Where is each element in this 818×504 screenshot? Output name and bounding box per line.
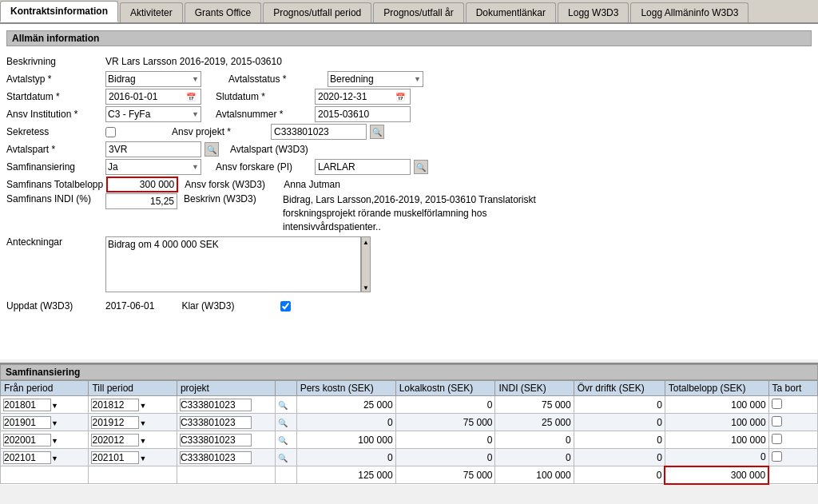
- projekt-input[interactable]: [180, 416, 252, 429]
- col-header-4: Pers kostn (SEK): [296, 381, 395, 396]
- anteckningar-textarea[interactable]: Bidrag om 4 000 000 SEK: [105, 236, 361, 292]
- ovr-drift-input[interactable]: [577, 435, 662, 446]
- tab-grants-office[interactable]: Grants Office: [185, 2, 261, 22]
- till-period-input[interactable]: [91, 399, 139, 411]
- projekt-input[interactable]: [180, 399, 252, 411]
- scroll-down-icon[interactable]: ▼: [363, 284, 369, 292]
- till-period-arrow-icon[interactable]: ▼: [139, 454, 146, 462]
- ta-bort-checkbox[interactable]: [772, 416, 782, 427]
- table-row: ▼▼🔍: [1, 396, 818, 414]
- ovr-drift-input[interactable]: [577, 452, 662, 463]
- indi-input[interactable]: [498, 417, 570, 428]
- ansv-forsk-w3d3-label: Ansv forsk (W3D3): [185, 179, 280, 190]
- col-header-9: Ta bort: [768, 381, 817, 396]
- projekt-search-icon[interactable]: 🔍: [278, 419, 288, 427]
- pers-kostn-input[interactable]: [300, 435, 393, 446]
- samfinansiering-label: Samfinansiering: [6, 161, 102, 173]
- fran-period-input[interactable]: [3, 416, 51, 429]
- col-header-6: INDI (SEK): [495, 381, 574, 396]
- avtalsnummer-input[interactable]: [315, 106, 411, 122]
- tab-kontraktsinformation[interactable]: Kontraktsinformation: [0, 1, 118, 22]
- fran-period-input[interactable]: [3, 399, 51, 411]
- fran-period-arrow-icon[interactable]: ▼: [51, 454, 58, 462]
- till-period-input[interactable]: [91, 451, 139, 464]
- ansv-projekt-input[interactable]: [271, 124, 367, 140]
- klar-checkbox[interactable]: [280, 301, 291, 312]
- fran-period-input[interactable]: [3, 451, 51, 464]
- pers-kostn-input[interactable]: [300, 399, 393, 411]
- till-period-arrow-icon[interactable]: ▼: [139, 437, 146, 445]
- ta-bort-checkbox[interactable]: [772, 434, 782, 444]
- ovr-drift-input[interactable]: [577, 417, 662, 428]
- lokal-kostn-input[interactable]: [399, 417, 493, 428]
- pers-kostn-input[interactable]: [300, 417, 393, 428]
- beskrivn-w3d3-label: Beskrivn (W3D3): [184, 193, 280, 204]
- col-header-2: projekt: [177, 381, 275, 396]
- lokal-kostn-input[interactable]: [399, 435, 493, 446]
- beskrivning-row: Beskrivning VR Lars Larsson 2016-2019, 2…: [6, 53, 812, 70]
- avtalsstatus-dropdown[interactable]: Beredning ▼: [328, 71, 423, 87]
- samfinansiering-value: Ja: [108, 161, 118, 173]
- ansv-institution-dropdown[interactable]: C3 - FyFa ▼: [105, 106, 201, 122]
- klar-label: Klar (W3D3): [181, 300, 277, 312]
- pers-kostn-input[interactable]: [300, 452, 393, 463]
- samfinansiering-dropdown[interactable]: Ja ▼: [105, 159, 201, 175]
- fran-period-arrow-icon[interactable]: ▼: [51, 437, 58, 445]
- indi-input[interactable]: [498, 452, 570, 463]
- fran-period-arrow-icon[interactable]: ▼: [51, 402, 58, 410]
- fran-period-input[interactable]: [3, 434, 51, 446]
- projekt-search-icon[interactable]: 🔍: [278, 401, 288, 410]
- startdatum-cal-icon[interactable]: 📅: [184, 89, 198, 104]
- table-scroll[interactable]: Från periodTill periodprojektPers kostn …: [0, 380, 818, 485]
- ta-bort-checkbox[interactable]: [772, 399, 782, 409]
- ansv-projekt-search-btn[interactable]: 🔍: [370, 125, 384, 139]
- slutdatum-input[interactable]: 2020-12-31 📅: [315, 89, 411, 105]
- indi-input[interactable]: [498, 399, 570, 411]
- total-input[interactable]: [668, 399, 766, 411]
- lokal-kostn-input[interactable]: [399, 399, 493, 411]
- tab-bar: KontraktsinformationAktiviteterGrants Of…: [0, 0, 818, 24]
- projekt-search-icon[interactable]: 🔍: [278, 436, 288, 445]
- till-period-input[interactable]: [91, 434, 139, 446]
- total-input[interactable]: [668, 417, 766, 428]
- indi-input[interactable]: [498, 435, 570, 446]
- ansv-forskare-search-btn[interactable]: 🔍: [414, 160, 428, 174]
- main-content: Allmän information Beskrivning VR Lars L…: [0, 24, 818, 359]
- sekretess-checkbox[interactable]: [105, 127, 116, 137]
- samfinans-indi-input[interactable]: [105, 193, 177, 209]
- fran-period-arrow-icon[interactable]: ▼: [51, 419, 58, 427]
- samfinans-indi-label: Samfinans INDI (%): [6, 193, 102, 204]
- samfinansiering-header: Samfinansiering: [0, 364, 818, 380]
- total-input[interactable]: [668, 435, 766, 446]
- avtalspart-search-btn[interactable]: 🔍: [204, 142, 219, 157]
- sekretess-row: Sekretess Ansv projekt * 🔍: [6, 123, 812, 141]
- total-cell: 75 000: [395, 466, 495, 484]
- tab-dokumentl-nkar[interactable]: Dokumentlänkar: [466, 2, 556, 22]
- tab-logg-allm-ninfo-w3d3[interactable]: Logg Allmäninfo W3D3: [630, 2, 749, 22]
- till-period-arrow-icon[interactable]: ▼: [139, 402, 146, 410]
- tab-logg-w3d3[interactable]: Logg W3D3: [558, 2, 629, 22]
- avtalspart-row: Avtalspart * 🔍 Avtalspart (W3D3): [6, 141, 812, 158]
- slutdatum-cal-icon[interactable]: 📅: [393, 89, 407, 104]
- projekt-input[interactable]: [180, 434, 252, 446]
- projekt-input[interactable]: [180, 451, 252, 464]
- ansv-forskare-input[interactable]: [315, 159, 411, 175]
- ovr-drift-input[interactable]: [577, 399, 662, 411]
- till-period-arrow-icon[interactable]: ▼: [139, 419, 146, 427]
- tab-prognos-utfall-period[interactable]: Prognos/utfall period: [263, 2, 371, 22]
- indi-row: Samfinans INDI (%) Beskrivn (W3D3) Bidra…: [6, 193, 812, 233]
- avtalspart-input[interactable]: [105, 141, 201, 157]
- tab-aktiviteter[interactable]: Aktiviteter: [120, 2, 183, 22]
- anteckningar-scrollbar[interactable]: ▲ ▼: [361, 236, 371, 292]
- projekt-search-icon[interactable]: 🔍: [278, 454, 288, 462]
- scroll-up-icon[interactable]: ▲: [363, 239, 369, 246]
- avtalstyp-dropdown[interactable]: Bidrag ▼: [105, 71, 201, 87]
- till-period-input[interactable]: [91, 416, 139, 429]
- lokal-kostn-input[interactable]: [399, 452, 493, 463]
- samfinans-totalbelopp-input[interactable]: [106, 177, 178, 192]
- startdatum-input[interactable]: 2016-01-01 📅: [105, 89, 201, 105]
- tab-prognos-utfall--r[interactable]: Prognos/utfall år: [373, 2, 463, 22]
- total-input[interactable]: [668, 451, 766, 462]
- avtalstyp-value: Bidrag: [108, 73, 136, 85]
- ta-bort-checkbox[interactable]: [772, 451, 782, 462]
